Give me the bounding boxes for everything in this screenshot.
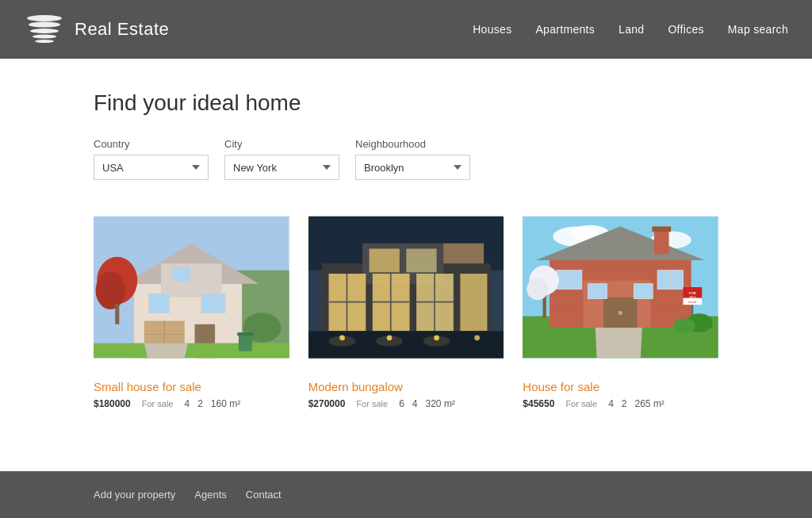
property-status-1: For sale <box>142 399 174 409</box>
property-image-2 <box>308 204 504 370</box>
city-select[interactable]: New York <box>224 155 339 180</box>
svg-rect-9 <box>161 263 222 297</box>
svg-rect-34 <box>460 274 487 331</box>
svg-rect-67 <box>654 228 669 254</box>
logo-text: Real Estate <box>75 19 169 40</box>
svg-rect-24 <box>239 335 252 351</box>
logo-area: Real Estate <box>24 12 169 47</box>
property-title-1: Small house for sale <box>94 380 289 393</box>
svg-text:SALE: SALE <box>689 296 696 299</box>
property-price-1: $180000 <box>94 398 131 409</box>
nav: Houses Apartments Land Offices Map searc… <box>473 23 788 36</box>
filters: Country USA City New York Neighbourhood … <box>94 138 718 180</box>
logo-icon <box>24 12 65 47</box>
svg-point-71 <box>619 311 622 315</box>
nav-offices[interactable]: Offices <box>668 23 703 36</box>
svg-point-82 <box>527 278 548 300</box>
property-details-3: $45650 For sale 4 2 265 m² <box>523 398 718 409</box>
property-image-3: FOR SALE forsale <box>523 204 718 370</box>
property-price-2: $270000 <box>308 398 346 409</box>
svg-point-1 <box>29 22 60 28</box>
beds-1: 4 <box>184 398 190 409</box>
area-1: 160 m² <box>211 398 240 409</box>
svg-point-19 <box>96 271 125 309</box>
country-filter-group: Country USA <box>94 138 209 180</box>
svg-point-48 <box>474 335 480 340</box>
city-label: City <box>224 138 339 150</box>
city-filter-group: City New York <box>224 138 339 180</box>
property-card-2[interactable]: Modern bungalow $270000 For sale 6 4 320… <box>308 204 504 409</box>
baths-2: 4 <box>412 398 418 409</box>
property-details-1: $180000 For sale 4 2 160 m² <box>94 398 289 409</box>
svg-point-4 <box>35 40 54 43</box>
svg-rect-17 <box>173 267 190 282</box>
nav-map-search[interactable]: Map search <box>728 23 788 36</box>
svg-rect-42 <box>406 249 436 273</box>
svg-rect-68 <box>653 226 672 232</box>
svg-rect-16 <box>149 294 170 313</box>
svg-text:FOR: FOR <box>689 291 696 295</box>
neighbourhood-filter-group: Neighbourhood Brooklyn <box>355 138 470 180</box>
footer-add-property[interactable]: Add your property <box>94 489 175 501</box>
property-stats-1: 4 2 160 m² <box>184 398 240 409</box>
area-3: 265 m² <box>635 398 665 409</box>
country-label: Country <box>94 138 209 150</box>
svg-point-49 <box>328 336 355 347</box>
footer-contact[interactable]: Contact <box>246 489 282 501</box>
svg-point-0 <box>27 15 62 21</box>
svg-point-3 <box>33 35 56 39</box>
svg-rect-22 <box>94 343 289 359</box>
nav-houses[interactable]: Houses <box>473 23 511 36</box>
svg-rect-30 <box>443 244 484 264</box>
footer: Add your property Agents Contact <box>0 471 812 518</box>
svg-point-51 <box>423 336 450 347</box>
property-status-3: For sale <box>565 399 597 409</box>
svg-rect-78 <box>588 284 607 299</box>
page-title: Find your ideal home <box>94 90 718 116</box>
svg-rect-25 <box>237 332 253 336</box>
property-title-3: House for sale <box>523 380 718 393</box>
svg-point-2 <box>30 29 59 33</box>
svg-text:forsale: forsale <box>689 301 697 304</box>
property-price-3: $45650 <box>523 398 554 409</box>
property-title-2: Modern bungalow <box>308 380 504 393</box>
property-grid: Small house for sale $180000 For sale 4 … <box>94 204 718 409</box>
nav-apartments[interactable]: Apartments <box>535 23 595 36</box>
svg-rect-79 <box>634 284 653 299</box>
property-image-1 <box>94 204 289 370</box>
property-card-1[interactable]: Small house for sale $180000 For sale 4 … <box>94 204 289 409</box>
country-select[interactable]: USA <box>94 155 209 180</box>
footer-agents[interactable]: Agents <box>194 489 226 501</box>
beds-2: 6 <box>399 398 404 409</box>
baths-3: 2 <box>622 398 627 409</box>
property-stats-3: 4 2 265 m² <box>608 398 665 409</box>
svg-rect-20 <box>115 304 119 324</box>
property-status-2: For sale <box>356 399 388 409</box>
neighbourhood-label: Neighbourhood <box>355 138 470 150</box>
neighbourhood-select[interactable]: Brooklyn <box>355 155 470 180</box>
beds-3: 4 <box>608 398 614 409</box>
header: Real Estate Houses Apartments Land Offic… <box>0 0 812 59</box>
main-content: Find your ideal home Country USA City Ne… <box>0 59 812 457</box>
area-2: 320 m² <box>426 398 455 409</box>
svg-marker-23 <box>144 343 188 359</box>
svg-rect-15 <box>201 294 225 313</box>
svg-point-90 <box>674 318 695 333</box>
property-card-3[interactable]: FOR SALE forsale House for sale $45650 F… <box>523 204 718 409</box>
baths-1: 2 <box>197 398 203 409</box>
property-stats-2: 6 4 320 m² <box>399 398 455 409</box>
property-details-2: $270000 For sale 6 4 320 m² <box>308 398 504 409</box>
nav-land[interactable]: Land <box>619 23 644 36</box>
svg-rect-41 <box>369 249 399 273</box>
svg-point-50 <box>376 336 403 347</box>
